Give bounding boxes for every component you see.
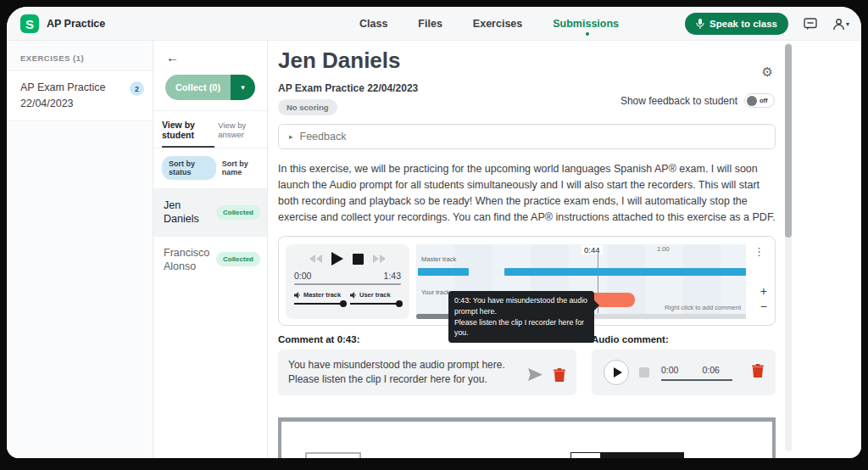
- audio-player-card: 0:00 1:43 Master track: [278, 236, 776, 326]
- exercises-header: EXERCISES (1): [7, 41, 153, 70]
- audio-comment-player: 0:00 0:06: [592, 350, 776, 395]
- account-menu-button[interactable]: ▾: [832, 18, 849, 31]
- nav-tab-files[interactable]: Files: [418, 18, 442, 30]
- elapsed-time: 0:00: [294, 271, 311, 281]
- seek-bar[interactable]: [294, 283, 401, 285]
- rewind-icon: [309, 255, 315, 263]
- master-volume-knob[interactable]: [340, 300, 347, 307]
- audio-comment-seek-bar[interactable]: [661, 379, 732, 381]
- nav-tab-exercises[interactable]: Exercises: [473, 18, 522, 30]
- no-scoring-badge: No scoring: [278, 99, 337, 115]
- tooltip-line-1: 0:43: You have misunderstood the audio p…: [454, 295, 588, 317]
- student-name: Jen Daniels: [164, 199, 216, 227]
- chat-bubble-icon: [804, 18, 817, 31]
- pdf-attachment-preview[interactable]: 2022 AP® CollegeBoard: [278, 417, 776, 458]
- exercise-title: AP Exam Practice 22/04/2023: [20, 80, 115, 112]
- collect-dropdown-button[interactable]: ▾: [231, 75, 255, 100]
- microphone-icon: [696, 19, 704, 30]
- rewind-icon: [316, 255, 322, 263]
- user-volume-slider[interactable]: [350, 303, 401, 305]
- master-track-region[interactable]: [418, 268, 469, 276]
- students-panel: ← Collect (0) ▾ View by student View by …: [153, 41, 268, 458]
- show-feedback-toggle[interactable]: off: [744, 93, 775, 108]
- account-caret-icon: ▾: [846, 20, 849, 28]
- exercise-subtitle: AP Exam Practice 22/04/2023: [278, 82, 776, 94]
- person-icon: [832, 18, 845, 31]
- student-row-jen-daniels[interactable]: Jen Daniels Collected: [153, 188, 267, 236]
- back-arrow-icon[interactable]: ←: [166, 50, 179, 64]
- audio-comment-elapsed: 0:00: [661, 365, 678, 375]
- ruler-time-label: 1:00: [657, 245, 670, 253]
- feedback-accordion[interactable]: ▸ Feedback: [278, 124, 776, 149]
- user-track-label: Your track: [421, 288, 450, 296]
- master-volume-slider[interactable]: [294, 303, 345, 305]
- submission-count-badge: 2: [130, 81, 144, 96]
- delete-comment-icon[interactable]: [554, 368, 565, 386]
- app-title: AP Practice: [47, 18, 105, 30]
- page-title: Jen Daniels: [278, 48, 776, 74]
- stop-button[interactable]: [353, 254, 364, 265]
- speak-to-class-label: Speak to class: [709, 19, 777, 29]
- zoom-in-button[interactable]: +: [760, 284, 767, 298]
- master-volume-label: Master track: [303, 291, 341, 299]
- speaker-icon: [294, 292, 301, 299]
- status-badge: Collected: [216, 252, 260, 266]
- toggle-state-label: off: [760, 97, 768, 104]
- total-time: 1:43: [384, 271, 401, 281]
- comment-text-box[interactable]: You have misunderstood the audio prompt …: [278, 350, 576, 395]
- send-icon[interactable]: [528, 368, 542, 385]
- kebab-menu-icon[interactable]: ⋮: [754, 245, 765, 258]
- speaker-icon: [350, 292, 357, 299]
- playhead-time[interactable]: 0:44: [581, 245, 603, 255]
- chevron-down-icon: ▾: [241, 83, 245, 92]
- transport-panel: 0:00 1:43 Master track: [286, 244, 409, 319]
- status-badge: Collected: [216, 205, 260, 220]
- collect-button-label[interactable]: Collect (0): [165, 75, 231, 100]
- play-icon: [614, 367, 622, 378]
- sort-by-status-chip[interactable]: Sort by status: [162, 156, 216, 180]
- tab-view-by-student[interactable]: View by student: [162, 120, 214, 148]
- caret-right-icon: ▸: [289, 132, 293, 141]
- brand: S AP Practice: [20, 7, 105, 41]
- gear-icon[interactable]: ⚙: [762, 64, 773, 80]
- master-track-label: Master track: [421, 255, 456, 263]
- rewind-button[interactable]: [309, 255, 322, 263]
- exercise-description: In this exercise, we will be practicing …: [278, 161, 776, 226]
- main-scrollbar-thumb[interactable]: [785, 44, 792, 238]
- show-feedback-label: Show feedback to student: [620, 95, 737, 107]
- sidebar-item-ap-exam-practice[interactable]: AP Exam Practice 22/04/2023 2: [7, 70, 153, 121]
- student-row-francisco-alonso[interactable]: Francisco Alonso Collected: [153, 236, 267, 283]
- play-button[interactable]: [331, 252, 343, 266]
- chat-feedback-button[interactable]: [804, 18, 817, 31]
- zoom-out-button[interactable]: −: [760, 299, 767, 313]
- collegeboard-logo: CollegeBoard: [601, 452, 684, 458]
- speak-to-class-button[interactable]: Speak to class: [685, 13, 788, 35]
- sort-by-name-chip[interactable]: Sort by name: [222, 159, 260, 176]
- tooltip-line-2: Please listen the clip I recorder here f…: [454, 317, 588, 339]
- master-track-region[interactable]: [504, 268, 746, 276]
- feedback-accordion-label: Feedback: [300, 131, 347, 143]
- nav-tab-submissions[interactable]: Submissions: [553, 18, 619, 30]
- user-volume-label: User track: [359, 291, 391, 299]
- toggle-knob: [747, 96, 757, 106]
- collect-button[interactable]: Collect (0) ▾: [165, 75, 255, 100]
- document-year-label: 2022: [305, 452, 361, 458]
- audio-comment-stop-button[interactable]: [639, 367, 649, 378]
- nav-tab-class[interactable]: Class: [359, 18, 387, 30]
- fast-forward-button[interactable]: [373, 255, 386, 263]
- audio-comment-play-button[interactable]: [604, 360, 629, 385]
- app-window: S AP Practice Class Files Exercises Subm…: [7, 7, 861, 458]
- fast-forward-icon: [373, 255, 379, 263]
- comment-text: You have misunderstood the audio prompt …: [288, 359, 505, 385]
- tab-view-by-answer[interactable]: View by answer: [218, 120, 262, 145]
- view-tabs: View by student View by answer: [153, 110, 267, 148]
- soundtrap-logo-icon[interactable]: S: [20, 14, 39, 33]
- active-tab-dot: [586, 32, 589, 36]
- nav-tab-submissions-label: Submissions: [553, 18, 619, 30]
- delete-audio-comment-icon[interactable]: [752, 364, 764, 381]
- topbar-actions: Speak to class ▾: [685, 7, 849, 41]
- ap-logo: AP®: [570, 452, 601, 458]
- main-nav: Class Files Exercises Submissions: [359, 7, 619, 41]
- right-click-hint: Right click to add comment: [665, 304, 741, 311]
- user-volume-knob[interactable]: [396, 300, 403, 307]
